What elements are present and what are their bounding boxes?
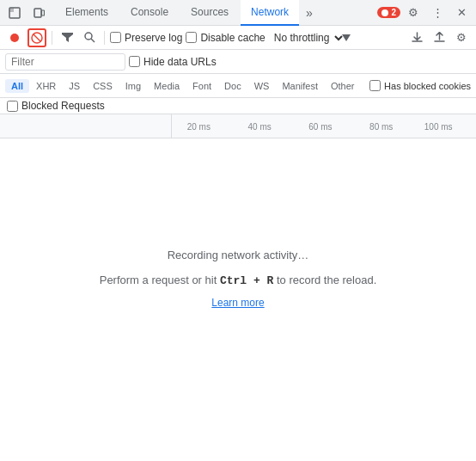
- tab-bar-icons: [3, 2, 50, 24]
- tab-more-button[interactable]: »: [301, 2, 318, 24]
- learn-more-link[interactable]: Learn more: [211, 297, 264, 309]
- export-har-button[interactable]: [430, 28, 449, 47]
- more-options-button[interactable]: ⋮: [426, 2, 449, 24]
- svg-point-4: [381, 9, 388, 16]
- divider1: [52, 31, 52, 45]
- filter-type-doc[interactable]: Doc: [218, 79, 247, 93]
- tab-sources[interactable]: Sources: [180, 0, 239, 26]
- filter-type-css[interactable]: CSS: [87, 79, 119, 93]
- preserve-log-checkbox[interactable]: [110, 32, 121, 43]
- has-blocked-cookies-checkbox[interactable]: [369, 80, 381, 91]
- record-button[interactable]: [5, 28, 24, 47]
- reload-hint: Perform a request or hit Ctrl + R to rec…: [100, 272, 377, 291]
- blocked-requests-row: Blocked Requests: [0, 98, 476, 114]
- filter-type-font[interactable]: Font: [186, 79, 217, 93]
- recording-message: Recording network activity…: [168, 247, 309, 265]
- throttling-select[interactable]: No throttling: [269, 28, 345, 47]
- filter-type-img[interactable]: Img: [119, 79, 147, 93]
- tab-bar: Elements Console Sources Network » 2 ⚙ ⋮…: [0, 0, 476, 26]
- tick-80ms: 80 ms: [369, 121, 393, 131]
- timeline-ticks: 20 ms 40 ms 60 ms 80 ms 100 ms: [172, 114, 476, 138]
- filter-type-tabs: All XHR JS CSS Img Media Font Doc WS Man…: [0, 74, 476, 98]
- svg-rect-1: [9, 8, 14, 12]
- timeline-left-panel: [0, 114, 172, 138]
- tick-20ms: 20 ms: [187, 121, 211, 131]
- disable-cache-checkbox-label[interactable]: Disable cache: [186, 32, 265, 44]
- tab-right-icons: 2 ⚙ ⋮ ✕: [377, 2, 473, 24]
- import-har-button[interactable]: [407, 28, 426, 47]
- filter-type-xhr[interactable]: XHR: [30, 79, 62, 93]
- svg-line-9: [91, 39, 95, 42]
- has-blocked-cookies-label[interactable]: Has blocked cookies: [369, 80, 471, 91]
- main-empty-state: Recording network activity… Perform a re…: [0, 138, 476, 414]
- device-toolbar-button[interactable]: [27, 2, 50, 24]
- blocked-requests-checkbox[interactable]: [7, 101, 18, 112]
- filter-type-manifest[interactable]: Manifest: [276, 79, 324, 93]
- divider2: [104, 31, 105, 45]
- tab-elements[interactable]: Elements: [55, 0, 119, 26]
- tick-40ms: 40 ms: [248, 121, 272, 131]
- timeline-header: 20 ms 40 ms 60 ms 80 ms 100 ms: [0, 114, 476, 138]
- network-toolbar: Preserve log Disable cache No throttling…: [0, 26, 476, 50]
- settings-icon-button[interactable]: ⚙: [402, 2, 424, 24]
- disable-cache-checkbox[interactable]: [186, 32, 197, 43]
- inspect-mode-button[interactable]: [3, 2, 26, 24]
- search-button[interactable]: [80, 28, 99, 47]
- svg-point-5: [10, 34, 19, 42]
- filter-type-other[interactable]: Other: [325, 79, 361, 93]
- clear-button[interactable]: [27, 28, 46, 47]
- error-badge: 2: [377, 7, 400, 18]
- filter-type-js[interactable]: JS: [63, 79, 86, 93]
- tab-console[interactable]: Console: [120, 0, 179, 26]
- filter-type-ws[interactable]: WS: [248, 79, 276, 93]
- filter-type-all[interactable]: All: [5, 79, 29, 93]
- network-settings-button[interactable]: ⚙: [452, 28, 471, 47]
- tick-60ms: 60 ms: [308, 121, 332, 131]
- filter-type-media[interactable]: Media: [148, 79, 186, 93]
- filter-button[interactable]: [58, 28, 76, 47]
- hide-data-urls-checkbox[interactable]: [129, 56, 140, 67]
- filter-input[interactable]: [5, 53, 125, 71]
- tab-network[interactable]: Network: [241, 0, 299, 26]
- close-devtools-button[interactable]: ✕: [450, 2, 473, 24]
- filter-toolbar: Hide data URLs: [0, 50, 476, 74]
- svg-line-7: [34, 34, 40, 41]
- svg-rect-2: [34, 9, 41, 17]
- hide-data-urls-label[interactable]: Hide data URLs: [129, 56, 217, 68]
- svg-point-8: [85, 33, 92, 40]
- svg-rect-3: [41, 10, 44, 15]
- tick-100ms: 100 ms: [424, 121, 453, 131]
- preserve-log-checkbox-label[interactable]: Preserve log: [110, 32, 182, 44]
